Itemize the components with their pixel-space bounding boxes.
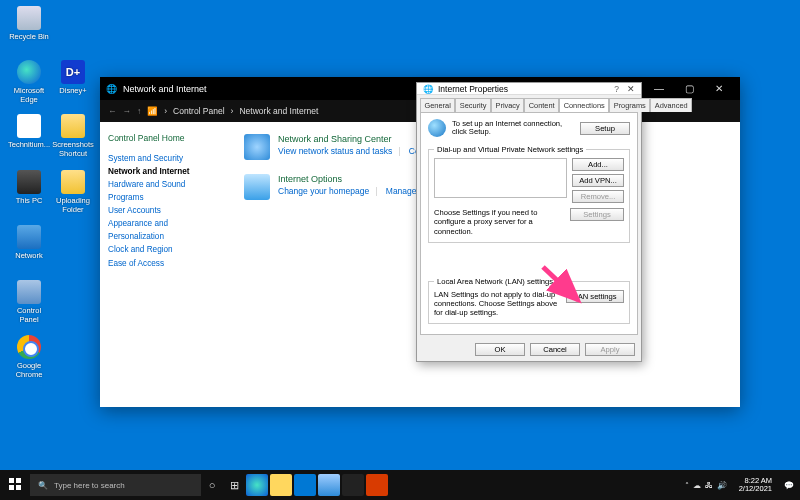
back-button[interactable]: ← (108, 106, 117, 116)
maximize-button[interactable]: ▢ (674, 83, 704, 94)
sidebar-item-system[interactable]: System and Security (108, 152, 226, 165)
cp-home-link[interactable]: Control Panel Home (108, 132, 226, 146)
sidebar-item-network[interactable]: Network and Internet (108, 165, 226, 178)
sidebar-item-hardware[interactable]: Hardware and Sound (108, 178, 226, 191)
desktop-icon-edge[interactable]: Microsoft Edge (8, 60, 50, 104)
sidebar-item-appearance[interactable]: Appearance and Personalization (108, 217, 226, 243)
svg-rect-3 (9, 485, 14, 490)
desktop-icon-uploading[interactable]: Uploading Folder (52, 170, 94, 214)
tray-cloud-icon[interactable]: ☁ (693, 481, 701, 490)
ip-help-button[interactable]: ? (614, 84, 619, 94)
desktop-icon-screenshots[interactable]: Screenshots Shortcut (52, 114, 94, 158)
cp-sidebar: Control Panel Home System and Security N… (100, 122, 234, 407)
desktop-icon-this-pc[interactable]: This PC (8, 170, 50, 205)
cp-breadcrumb-icon: 📶 (147, 106, 158, 116)
add-vpn-button[interactable]: Add VPN... (572, 174, 624, 187)
search-placeholder: Type here to search (54, 481, 125, 490)
taskbar-app-generic[interactable] (366, 474, 388, 496)
tab-general[interactable]: General (420, 98, 455, 112)
cp-network-icon: 🌐 (106, 84, 117, 94)
dialup-listbox[interactable] (434, 158, 567, 198)
dialup-fieldset: Dial-up and Virtual Private Network sett… (428, 145, 630, 242)
desktop-icon-control-panel[interactable]: Control Panel (8, 280, 50, 324)
proxy-text: Choose Settings if you need to configure… (434, 208, 565, 235)
tray-network-icon[interactable]: 🖧 (705, 481, 713, 490)
ip-dialog-buttons: OK Cancel Apply (417, 338, 641, 361)
tab-content[interactable]: Content (524, 98, 559, 112)
setup-button[interactable]: Setup (580, 122, 630, 135)
sidebar-item-users[interactable]: User Accounts (108, 204, 226, 217)
taskbar-app-edge[interactable] (246, 474, 268, 496)
taskbar: 🔍 Type here to search ○ ⊞ ˄ ☁ 🖧 🔊 8:22 A… (0, 470, 800, 500)
taskbar-app-controlpanel[interactable] (318, 474, 340, 496)
tab-privacy[interactable]: Privacy (491, 98, 524, 112)
forward-button[interactable]: → (123, 106, 132, 116)
ip-globe-icon: 🌐 (423, 84, 434, 94)
breadcrumb-2[interactable]: Network and Internet (239, 106, 318, 116)
tab-connections[interactable]: Connections (559, 98, 609, 112)
view-status-link[interactable]: View network status and tasks (278, 146, 392, 156)
tray-volume-icon[interactable]: 🔊 (717, 481, 727, 490)
dialup-legend: Dial-up and Virtual Private Network sett… (434, 145, 586, 154)
taskbar-app-explorer[interactable] (270, 474, 292, 496)
start-button[interactable] (0, 478, 30, 492)
internet-properties-dialog: 🌐 Internet Properties ? ✕ General Securi… (416, 82, 642, 362)
svg-rect-4 (16, 485, 21, 490)
tab-advanced[interactable]: Advanced (650, 98, 692, 112)
desktop-icon-disney[interactable]: D+Disney+ (52, 60, 94, 95)
tray-chevron-icon[interactable]: ˄ (685, 481, 689, 490)
setup-text: To set up an Internet connection, click … (452, 120, 574, 137)
lan-text: LAN Settings do not apply to dial-up con… (434, 290, 560, 317)
breadcrumb-1[interactable]: Control Panel (173, 106, 225, 116)
ip-titlebar[interactable]: 🌐 Internet Properties ? ✕ (417, 83, 641, 95)
settings-button: Settings (570, 208, 624, 221)
network-sharing-icon (244, 134, 270, 160)
internet-options-icon (244, 174, 270, 200)
apply-button: Apply (585, 343, 635, 356)
cp-window-title: Network and Internet (123, 84, 207, 94)
sidebar-item-clock[interactable]: Clock and Region (108, 243, 226, 256)
desktop-icon-recycle-bin[interactable]: Recycle Bin (8, 6, 50, 41)
ip-tab-content: To set up an Internet connection, click … (420, 112, 638, 335)
desktop-icon-technitium[interactable]: Technitium... (8, 114, 50, 149)
cortana-button[interactable]: ○ (201, 479, 223, 491)
setup-globe-icon (428, 119, 446, 137)
up-button[interactable]: ↑ (137, 106, 141, 116)
sidebar-item-programs[interactable]: Programs (108, 191, 226, 204)
add-button[interactable]: Add... (572, 158, 624, 171)
homepage-link[interactable]: Change your homepage (278, 186, 369, 196)
taskbar-search[interactable]: 🔍 Type here to search (30, 474, 201, 496)
cancel-button[interactable]: Cancel (530, 343, 580, 356)
taskbar-app-terminal[interactable] (342, 474, 364, 496)
action-center-button[interactable]: 💬 (778, 481, 800, 490)
svg-rect-1 (9, 478, 14, 483)
lan-settings-button[interactable]: LAN settings (566, 290, 624, 303)
minimize-button[interactable]: — (644, 83, 674, 94)
desktop-icon-chrome[interactable]: Google Chrome (8, 335, 50, 379)
task-view-button[interactable]: ⊞ (223, 479, 245, 492)
taskbar-clock[interactable]: 8:22 AM 2/12/2021 (733, 477, 778, 493)
sidebar-item-ease[interactable]: Ease of Access (108, 257, 226, 270)
taskbar-app-store[interactable] (294, 474, 316, 496)
system-tray[interactable]: ˄ ☁ 🖧 🔊 (679, 481, 733, 490)
svg-rect-2 (16, 478, 21, 483)
desktop-icon-network[interactable]: Network (8, 225, 50, 260)
close-button[interactable]: ✕ (704, 83, 734, 94)
ip-tabs: General Security Privacy Content Connect… (417, 95, 641, 112)
remove-button: Remove... (572, 190, 624, 203)
lan-legend: Local Area Network (LAN) settings (434, 277, 556, 286)
ok-button[interactable]: OK (475, 343, 525, 356)
ip-title: Internet Properties (438, 84, 508, 94)
lan-fieldset: Local Area Network (LAN) settings LAN Se… (428, 277, 630, 324)
search-icon: 🔍 (38, 481, 48, 490)
tab-security[interactable]: Security (455, 98, 491, 112)
tab-programs[interactable]: Programs (609, 98, 650, 112)
ip-close-button[interactable]: ✕ (627, 84, 635, 94)
